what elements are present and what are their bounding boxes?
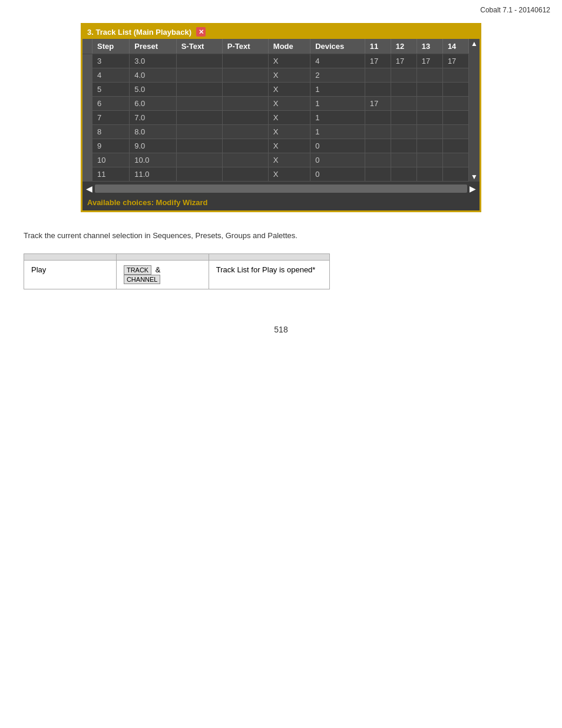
preset-cell: 3.0 xyxy=(130,54,176,68)
mode-cell: X xyxy=(268,68,310,83)
track-button[interactable]: TRACK xyxy=(124,265,151,275)
step-cell: 3 xyxy=(92,54,130,68)
c13-cell xyxy=(416,153,442,167)
stext-cell xyxy=(176,111,222,125)
table-row[interactable]: 99.0X0 xyxy=(82,139,469,153)
scroll-right-arrow[interactable]: ▶ xyxy=(470,184,476,193)
c14-cell xyxy=(442,97,468,111)
stext-cell xyxy=(176,139,222,153)
preset-cell: 10.0 xyxy=(130,153,176,167)
preset-cell: 8.0 xyxy=(130,125,176,139)
step-cell: 5 xyxy=(92,83,130,97)
mode-cell: X xyxy=(268,83,310,97)
table-row[interactable]: 1111.0X0 xyxy=(82,167,469,182)
preset-cell: 5.0 xyxy=(130,83,176,97)
info-col-description: Track List for Play is opened* xyxy=(209,260,329,289)
ptext-cell xyxy=(222,97,268,111)
c12-cell xyxy=(391,167,416,182)
step-cell: 10 xyxy=(92,153,130,167)
table-content: Step Preset S-Text P-Text Mode Devices 1… xyxy=(82,39,469,182)
step-cell: 7 xyxy=(92,111,130,125)
mode-cell: X xyxy=(268,54,310,68)
col-ptext: P-Text xyxy=(222,39,268,54)
info-table-header xyxy=(24,253,330,260)
vertical-scrollbar[interactable]: ▲ ▼ xyxy=(469,39,480,182)
scroll-left-arrow[interactable]: ◀ xyxy=(86,184,92,193)
ptext-cell xyxy=(222,83,268,97)
row-indicator-cell xyxy=(82,167,92,182)
info-table: Play TRACK & CHANNEL Track List for Play… xyxy=(24,253,330,289)
row-indicator-cell xyxy=(82,153,92,167)
row-indicator-cell xyxy=(82,139,92,153)
stext-cell xyxy=(176,125,222,139)
stext-cell xyxy=(176,167,222,182)
table-row[interactable]: 1010.0X0 xyxy=(82,153,469,167)
c13-cell xyxy=(416,139,442,153)
mode-cell: X xyxy=(268,167,310,182)
c11-cell xyxy=(365,111,391,125)
row-indicator-cell xyxy=(82,125,92,139)
table-row[interactable]: 44.0X2 xyxy=(82,68,469,83)
step-cell: 9 xyxy=(92,139,130,153)
c12-cell xyxy=(391,83,416,97)
c12-cell xyxy=(391,111,416,125)
track-table-body: 33.0X41717171744.0X255.0X166.0X11777.0X1… xyxy=(82,54,469,182)
table-header: Step Preset S-Text P-Text Mode Devices 1… xyxy=(82,39,469,54)
mode-cell: X xyxy=(268,97,310,111)
preset-cell: 11.0 xyxy=(130,167,176,182)
c11-cell xyxy=(365,139,391,153)
c14-cell xyxy=(442,167,468,182)
col-preset: Preset xyxy=(130,39,176,54)
col-13: 13 xyxy=(416,39,442,54)
table-row[interactable]: 88.0X1 xyxy=(82,125,469,139)
c12-cell xyxy=(391,139,416,153)
ptext-cell xyxy=(222,139,268,153)
description: Track the current channel selection in S… xyxy=(24,230,538,242)
scroll-up-arrow[interactable]: ▲ xyxy=(471,40,478,47)
table-row[interactable]: 66.0X117 xyxy=(82,97,469,111)
table-row[interactable]: 55.0X1 xyxy=(82,83,469,97)
horizontal-scrollbar-track[interactable] xyxy=(95,185,467,193)
table-row[interactable]: 77.0X1 xyxy=(82,111,469,125)
c12-cell: 17 xyxy=(391,54,416,68)
c11-cell xyxy=(365,125,391,139)
c12-cell xyxy=(391,97,416,111)
c14-cell xyxy=(442,153,468,167)
col-12: 12 xyxy=(391,39,416,54)
c14-cell xyxy=(442,139,468,153)
c13-cell xyxy=(416,125,442,139)
ampersand: & xyxy=(156,265,161,274)
col-step: Step xyxy=(92,39,130,54)
col-indicator xyxy=(82,39,92,54)
c13-cell xyxy=(416,97,442,111)
ptext-cell xyxy=(222,167,268,182)
c14-cell xyxy=(442,111,468,125)
ptext-cell xyxy=(222,68,268,83)
c11-cell xyxy=(365,153,391,167)
row-indicator-cell xyxy=(82,111,92,125)
content: 3. Track List (Main Playback) ✕ Step Pre… xyxy=(0,17,562,340)
ptext-cell xyxy=(222,125,268,139)
table-row[interactable]: 33.0X417171717 xyxy=(82,54,469,68)
c11-cell: 17 xyxy=(365,54,391,68)
panel-close-button[interactable]: ✕ xyxy=(196,27,206,37)
action-label: Play xyxy=(31,265,46,274)
col-devices: Devices xyxy=(310,39,365,54)
c13-cell xyxy=(416,83,442,97)
mode-cell: X xyxy=(268,111,310,125)
scroll-down-arrow[interactable]: ▼ xyxy=(471,173,478,180)
c11-cell xyxy=(365,167,391,182)
track-list-panel: 3. Track List (Main Playback) ✕ Step Pre… xyxy=(81,23,481,212)
channel-button[interactable]: CHANNEL xyxy=(124,275,161,284)
c12-cell xyxy=(391,68,416,83)
c14-cell xyxy=(442,125,468,139)
devices-cell: 0 xyxy=(310,153,365,167)
preset-cell: 7.0 xyxy=(130,111,176,125)
c13-cell xyxy=(416,167,442,182)
devices-cell: 1 xyxy=(310,111,365,125)
info-col-3-header xyxy=(209,253,329,260)
devices-cell: 1 xyxy=(310,83,365,97)
info-col-buttons: TRACK & CHANNEL xyxy=(116,260,209,289)
mode-cell: X xyxy=(268,125,310,139)
available-choices: Available choices: Modify Wizard xyxy=(82,196,480,210)
